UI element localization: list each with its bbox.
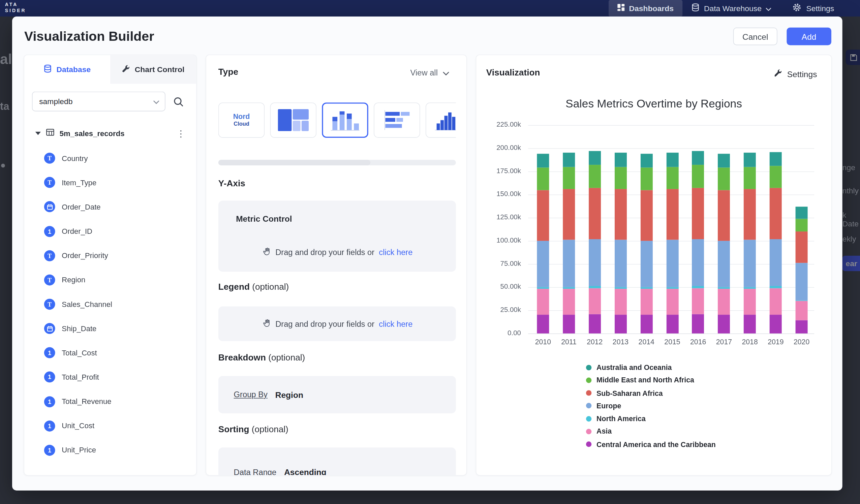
bar-segment <box>692 151 704 165</box>
chart-type-scrollbar[interactable] <box>218 160 456 165</box>
bar-segment <box>589 314 601 333</box>
legend-swatch <box>586 390 591 395</box>
group-by-value[interactable]: Region <box>275 390 303 399</box>
chart-type-h-bars[interactable] <box>374 102 420 138</box>
legend-item[interactable]: Asia <box>586 428 716 435</box>
sort-order-value[interactable]: Ascending <box>284 467 326 475</box>
legend-item[interactable]: Sub-Saharan Africa <box>586 389 716 397</box>
field-list: TCountryTItem_TypeOrder_Date1Order_IDTOr… <box>24 146 196 463</box>
settings-button[interactable]: Settings <box>773 68 817 80</box>
click-here-link[interactable]: click here <box>379 319 413 328</box>
field-row-region[interactable]: TRegion <box>24 268 196 292</box>
datasource-select[interactable]: sampledb <box>32 92 166 112</box>
cancel-button[interactable]: Cancel <box>733 28 777 45</box>
legend-item[interactable]: Middle East and North Africa <box>586 377 716 384</box>
x-tick-label: 2019 <box>763 338 788 346</box>
bar-segment <box>744 240 756 287</box>
bar-segment <box>563 167 575 189</box>
bar-segment <box>666 315 678 333</box>
field-row-order_priority[interactable]: TOrder_Priority <box>24 243 196 268</box>
group-by-label[interactable]: Group By <box>234 390 268 399</box>
y-tick-label: 75.00k <box>476 260 521 268</box>
breakdown-section-label: Breakdown (optional) <box>218 353 305 362</box>
field-label: Total_Profit <box>62 373 99 381</box>
bar-segment <box>640 289 653 315</box>
view-all-button[interactable]: View all <box>411 68 449 77</box>
field-row-unit_cost[interactable]: 1Unit_Cost <box>24 414 196 438</box>
search-icon[interactable] <box>173 96 184 106</box>
field-row-ship_date[interactable]: Ship_Date <box>24 316 196 341</box>
add-button[interactable]: Add <box>787 28 831 45</box>
drag-hand-icon <box>261 318 271 330</box>
legend-label: Central America and the Caribbean <box>597 441 716 448</box>
field-row-unit_price[interactable]: 1Unit_Price <box>24 438 196 462</box>
sorting-dropzone[interactable]: Data Range Ascending <box>218 447 456 475</box>
caret-down-icon[interactable] <box>35 132 41 135</box>
bar-segment <box>563 189 575 240</box>
bar-segment <box>589 288 601 314</box>
sorting-label: Sorting <box>218 424 249 434</box>
drop-hint-text: Drag and drop your fields or <box>275 248 374 257</box>
bar-segment <box>537 241 549 287</box>
database-icon <box>44 64 52 74</box>
legend-optional-label: (optional) <box>252 282 289 292</box>
breakdown-dropzone[interactable]: Group By Region <box>218 376 456 413</box>
chart-type-column[interactable] <box>322 102 368 138</box>
legend-label: Europe <box>597 402 621 409</box>
legend-label: Asia <box>597 428 612 435</box>
sort-field-label[interactable]: Data Range <box>234 467 277 475</box>
field-label: Unit_Cost <box>62 422 94 430</box>
legend-item[interactable]: Central America and the Caribbean <box>586 441 716 448</box>
chart-type-list: NordCloud <box>218 102 456 140</box>
bar-segment <box>615 153 627 167</box>
tab-database[interactable]: Database <box>24 55 110 84</box>
field-row-item_type[interactable]: TItem_Type <box>24 171 196 195</box>
nav-dashboards[interactable]: Dashboards <box>608 0 683 16</box>
scrollbar-thumb[interactable] <box>218 160 370 165</box>
bar-segment <box>770 166 782 188</box>
kebab-menu-icon[interactable]: ⋮ <box>173 128 189 139</box>
bar-segment <box>640 190 653 241</box>
text-field-icon: T <box>44 250 55 261</box>
legend-swatch <box>586 364 591 370</box>
bar-segment <box>744 289 756 315</box>
legend-item[interactable]: Australia and Oceania <box>586 364 716 371</box>
bar-segment <box>796 231 808 263</box>
top-bar: ATA SIDER Dashboards Data Warehouse Sett… <box>0 0 860 16</box>
chart-type-word-cloud[interactable]: NordCloud <box>218 102 264 138</box>
wrench-icon <box>122 64 130 74</box>
field-row-country[interactable]: TCountry <box>24 146 196 171</box>
bar-segment <box>589 239 601 286</box>
modal-title: Visualization Builder <box>24 29 154 44</box>
legend-dropzone[interactable]: Drag and drop your fields or click here <box>218 306 456 341</box>
chart-type-histogram[interactable] <box>426 102 456 138</box>
nav-settings[interactable]: Settings <box>793 3 834 14</box>
y-axis-section-label: Y-Axis <box>218 178 245 188</box>
nav-data-warehouse[interactable]: Data Warehouse <box>691 3 771 13</box>
click-here-link[interactable]: click here <box>379 248 413 257</box>
logo-line-1: ATA <box>5 2 26 8</box>
field-row-order_date[interactable]: Order_Date <box>24 195 196 219</box>
bar-segment <box>666 289 678 315</box>
chart-type-treemap[interactable] <box>270 102 316 138</box>
bar-segment <box>666 167 678 189</box>
metric-control-dropzone[interactable]: Metric Control Drag and drop your fields… <box>218 200 456 272</box>
calendar-icon <box>44 201 55 213</box>
field-row-total_revenue[interactable]: 1Total_Revenue <box>24 389 196 414</box>
legend-item[interactable]: Europe <box>586 402 716 409</box>
tab-chart-control[interactable]: Chart Control <box>110 55 196 84</box>
legend-item[interactable]: North America <box>586 415 716 422</box>
drop-hint-text: Drag and drop your fields or <box>275 319 374 328</box>
text-field-icon: T <box>44 274 55 285</box>
field-row-sales_channel[interactable]: TSales_Channel <box>24 292 196 316</box>
field-row-total_profit[interactable]: 1Total_Profit <box>24 365 196 389</box>
field-row-order_id[interactable]: 1Order_ID <box>24 219 196 243</box>
database-panel: Database Chart Control sampledb 5m_sales… <box>24 55 196 475</box>
field-row-total_cost[interactable]: 1Total_Cost <box>24 341 196 365</box>
visualization-title: Visualization <box>486 68 540 77</box>
x-tick-label: 2013 <box>608 338 633 346</box>
bar-segment <box>744 153 756 167</box>
y-tick-label: 150.00k <box>476 190 521 198</box>
table-tree-item[interactable]: 5m_sales_records ⋮ <box>35 126 189 141</box>
nav-settings-label: Settings <box>806 4 834 13</box>
